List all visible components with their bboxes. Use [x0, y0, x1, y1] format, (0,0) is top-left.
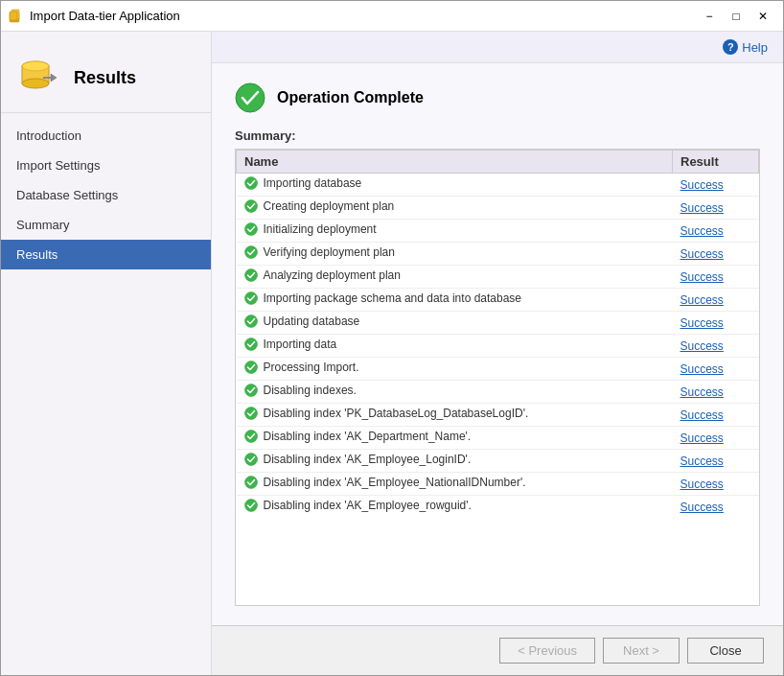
svg-rect-2: [10, 12, 17, 20]
row-name-cell: Creating deployment plan: [237, 197, 673, 220]
row-result-cell[interactable]: Success: [673, 358, 759, 381]
sidebar-item-summary[interactable]: Summary: [1, 210, 211, 240]
row-result-cell[interactable]: Success: [673, 450, 759, 473]
row-name-cell: Verifying deployment plan: [237, 243, 673, 266]
operation-complete-header: Operation Complete: [235, 82, 760, 113]
row-result-cell[interactable]: Success: [673, 243, 759, 266]
summary-label: Summary:: [235, 128, 760, 143]
success-check-icon: [235, 82, 265, 113]
sidebar-item-database-settings[interactable]: Database Settings: [1, 180, 211, 210]
close-window-button[interactable]: ✕: [750, 6, 775, 27]
row-name-text: Disabling index 'PK_DatabaseLog_Database…: [264, 407, 529, 420]
success-link[interactable]: Success: [680, 293, 724, 307]
row-result-cell[interactable]: Success: [673, 174, 759, 197]
row-result-cell[interactable]: Success: [673, 473, 759, 496]
col-name-header: Name: [237, 151, 673, 174]
row-name-cell: Analyzing deployment plan: [237, 266, 673, 289]
svg-rect-8: [43, 77, 51, 79]
row-success-icon: [244, 315, 258, 328]
row-result-cell[interactable]: Success: [673, 404, 759, 427]
svg-point-23: [244, 477, 257, 489]
success-link[interactable]: Success: [680, 478, 724, 491]
row-name-text: Disabling index 'AK_Department_Name'.: [264, 430, 472, 443]
row-name-cell: Importing data: [237, 335, 673, 358]
success-link[interactable]: Success: [680, 270, 724, 284]
sidebar-item-results[interactable]: Results: [1, 240, 211, 269]
sidebar-item-import-settings[interactable]: Import Settings: [1, 151, 211, 180]
success-link[interactable]: Success: [680, 316, 724, 330]
bottom-bar: < Previous Next > Close: [212, 625, 783, 675]
svg-point-24: [244, 500, 257, 512]
row-name-cell: Updating database: [237, 312, 673, 335]
row-name-cell: Importing database: [237, 174, 673, 197]
row-name-text: Disabling index 'AK_Employee_rowguid'.: [264, 499, 472, 512]
row-result-cell[interactable]: Success: [673, 197, 759, 220]
row-success-icon: [244, 407, 258, 420]
row-result-cell[interactable]: Success: [673, 496, 759, 515]
row-success-icon: [244, 499, 258, 512]
row-name-text: Initializing deployment: [264, 222, 377, 236]
row-result-cell[interactable]: Success: [673, 289, 759, 312]
row-success-icon: [244, 176, 258, 190]
success-link[interactable]: Success: [680, 455, 724, 468]
row-result-cell[interactable]: Success: [673, 220, 759, 243]
row-name-cell: Disabling indexes.: [237, 381, 673, 404]
row-result-cell[interactable]: Success: [673, 266, 759, 289]
row-success-icon: [244, 245, 258, 259]
sidebar-app-icon: [16, 55, 62, 101]
next-button[interactable]: Next >: [603, 638, 680, 664]
close-button[interactable]: Close: [687, 638, 764, 664]
row-success-icon: [244, 361, 258, 374]
row-name-cell: Initializing deployment: [237, 220, 673, 243]
svg-point-6: [22, 61, 49, 71]
svg-point-18: [244, 361, 257, 374]
svg-point-14: [244, 269, 257, 282]
table-row: Disabling index 'AK_Employee_rowguid'.Su…: [237, 496, 759, 515]
help-link[interactable]: ? Help: [723, 39, 768, 55]
row-name-cell: Importing package schema and data into d…: [237, 289, 673, 312]
main-body: Operation Complete Summary: Name Result: [212, 63, 783, 625]
success-link[interactable]: Success: [680, 385, 724, 399]
svg-point-20: [244, 408, 257, 420]
svg-point-10: [244, 177, 257, 190]
svg-point-19: [244, 385, 257, 397]
row-name-cell: Disabling index 'PK_DatabaseLog_Database…: [237, 404, 673, 427]
table-row: Importing dataSuccess: [237, 335, 759, 358]
row-success-icon: [244, 430, 258, 443]
table-row: Initializing deploymentSuccess: [237, 220, 759, 243]
svg-point-22: [244, 454, 257, 466]
minimize-button[interactable]: −: [697, 6, 722, 27]
row-name-text: Creating deployment plan: [264, 199, 395, 213]
success-link[interactable]: Success: [680, 501, 724, 514]
maximize-button[interactable]: □: [724, 6, 749, 27]
row-result-cell[interactable]: Success: [673, 312, 759, 335]
help-icon: ?: [723, 39, 738, 55]
svg-point-11: [244, 200, 257, 213]
table-scroll[interactable]: Name Result Importing databaseSuccessCre…: [236, 150, 759, 514]
success-link[interactable]: Success: [680, 339, 724, 353]
previous-button[interactable]: < Previous: [499, 638, 595, 664]
svg-point-12: [244, 223, 257, 236]
results-table-container: Name Result Importing databaseSuccessCre…: [235, 149, 760, 606]
top-bar: ? Help: [212, 32, 783, 63]
row-name-text: Importing data: [264, 338, 337, 351]
success-link[interactable]: Success: [680, 408, 724, 422]
row-name-text: Verifying deployment plan: [264, 245, 395, 259]
row-success-icon: [244, 199, 258, 213]
row-result-cell[interactable]: Success: [673, 335, 759, 358]
row-success-icon: [244, 268, 258, 282]
success-link[interactable]: Success: [680, 224, 724, 238]
row-result-cell[interactable]: Success: [673, 427, 759, 450]
success-link[interactable]: Success: [680, 431, 724, 445]
success-link[interactable]: Success: [680, 178, 724, 192]
success-link[interactable]: Success: [680, 247, 724, 261]
main-window: Import Data-tier Application − □ ✕: [0, 0, 784, 676]
title-bar-left: Import Data-tier Application: [9, 9, 180, 24]
success-link[interactable]: Success: [680, 201, 724, 215]
row-name-text: Disabling index 'AK_Employee_NationalIDN…: [264, 476, 526, 489]
row-name-text: Importing database: [264, 176, 362, 190]
success-link[interactable]: Success: [680, 362, 724, 376]
row-success-icon: [244, 338, 258, 351]
row-result-cell[interactable]: Success: [673, 381, 759, 404]
sidebar-item-introduction[interactable]: Introduction: [1, 121, 211, 151]
